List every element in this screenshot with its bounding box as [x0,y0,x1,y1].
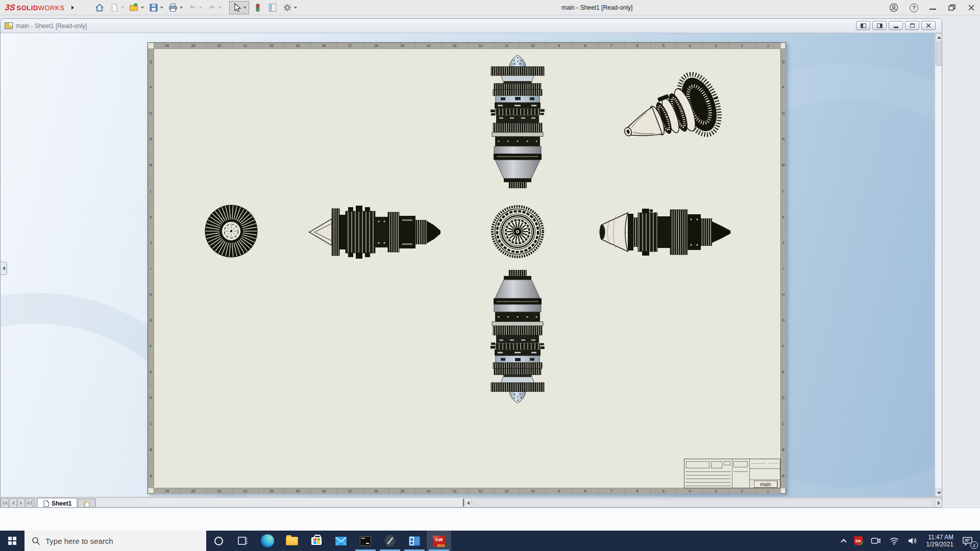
wifi-icon [889,536,899,545]
restore-button[interactable] [947,4,957,12]
tray-volume[interactable] [904,531,921,551]
doc-minimize-button[interactable] [889,21,903,30]
arrow-right-icon [938,501,940,505]
feature-manager-collapse-tab[interactable] [1,262,7,275]
document-titlebar[interactable]: main - Sheet1 [Read-only] [1,19,942,33]
scroll-up-button[interactable] [935,33,942,41]
title-block-drawing-name: main [754,481,777,488]
tab-sheet1-label: Sheet1 [52,500,71,507]
tray-meet-now[interactable] [867,531,885,551]
action-center-button[interactable]: 2 [959,531,977,551]
new-dropdown-caret-icon[interactable] [121,7,124,9]
taskbar-app-store[interactable] [304,531,329,551]
taskbar-clock[interactable]: 11:47 AM 1/29/2021 [922,534,958,548]
options-dropdown-caret-icon[interactable] [294,7,297,9]
close-button[interactable] [968,4,975,11]
windows-logo-icon [8,537,16,545]
horizontal-scrollbar[interactable] [464,498,942,508]
chevron-up-icon [841,539,846,544]
drawing-view-front-engine[interactable] [491,205,545,259]
undo-button[interactable] [186,2,203,14]
menu-expand-arrow-icon[interactable] [71,6,74,10]
save-button[interactable] [148,2,164,14]
redo-dropdown-caret-icon[interactable] [218,7,222,9]
drawing-view-side-engine-left[interactable] [307,204,442,260]
options-button[interactable] [281,2,298,14]
print-icon [168,3,178,13]
scroll-down-button[interactable] [935,489,942,497]
document-title: main - Sheet1 [Read-only] [16,22,87,30]
drawing-view-bottom-engine[interactable] [491,270,545,404]
tray-solidworks-agent[interactable]: SW ✓ [850,531,866,551]
first-sheet-button[interactable] [1,498,9,508]
drawing-view-side-engine-right[interactable] [598,204,732,260]
help-icon[interactable]: ? [910,4,918,12]
drawing-view-rear-fan[interactable] [204,204,258,258]
camera-icon [871,536,881,545]
open-button[interactable] [128,2,145,14]
search-input[interactable] [45,537,188,545]
start-button[interactable] [0,531,24,551]
doc-restore-icon [910,23,915,28]
cortana-button[interactable] [206,531,231,551]
split-pane-left-button[interactable] [856,21,870,30]
taskbar-search[interactable] [24,531,206,551]
arrow-left-icon [467,501,470,505]
new-document-icon [109,3,119,13]
doc-close-button[interactable] [921,21,936,30]
quick-access-toolbar [93,1,298,14]
vertical-scrollbar[interactable] [935,33,942,497]
open-dropdown-caret-icon[interactable] [141,7,144,9]
taskbar-app-file-explorer[interactable] [280,531,304,551]
split-pane-right-button[interactable] [872,21,887,30]
previous-sheet-icon [12,501,14,505]
file-properties-button[interactable] [266,2,279,14]
tray-expand-button[interactable] [838,531,849,551]
taskbar-app-edge[interactable] [255,531,280,551]
gear-icon [282,3,292,13]
last-sheet-button[interactable] [26,498,33,508]
rebuild-button[interactable] [252,2,264,14]
tab-sheet1[interactable]: Sheet1 [37,498,77,508]
drawing-sheet[interactable]: 242322212019181716151413121110987654321 … [148,42,786,494]
scroll-left-button[interactable] [464,498,472,508]
save-dropdown-caret-icon[interactable] [160,7,163,9]
solidworks-app-icon: SW 2021 [433,536,445,546]
taskbar-app-window[interactable] [402,531,427,551]
drawing-view-top-engine[interactable] [491,54,545,188]
system-tray: SW ✓ 11:47 AM 1/29/2021 2 [838,531,980,551]
new-document-button[interactable] [108,2,125,14]
redo-button[interactable] [206,2,223,14]
minimize-button[interactable] [929,9,936,10]
clock-time: 11:47 AM [928,534,953,541]
taskbar-app-solidworks[interactable]: SW 2021 [427,531,451,551]
home-button[interactable] [93,2,106,14]
previous-sheet-button[interactable] [9,498,17,508]
blue-window-app-icon [409,536,420,546]
add-sheet-tab[interactable] [78,499,95,508]
scroll-right-button[interactable] [935,498,942,508]
solidworks-tray-icon: SW ✓ [854,536,863,545]
drawing-view-isometric-engine[interactable] [614,73,723,160]
print-button[interactable] [167,2,184,14]
taskbar-app-terminal[interactable] [353,531,378,551]
select-dropdown-caret-icon[interactable] [243,7,247,9]
select-tool-button[interactable] [229,1,249,14]
horizontal-scroll-thumb[interactable] [473,498,934,508]
drawing-viewport[interactable]: 242322212019181716151413121110987654321 … [1,33,942,497]
undo-dropdown-caret-icon[interactable] [199,7,202,9]
tray-network[interactable] [886,531,903,551]
taskbar-app-hexagon[interactable] [378,531,402,551]
title-block: main [684,459,780,488]
sheet-page-icon [43,500,50,507]
vertical-scroll-thumb[interactable] [936,42,942,66]
tab-strip-filler [95,498,463,508]
add-sheet-icon [83,500,91,508]
account-icon[interactable] [889,3,898,12]
print-dropdown-caret-icon[interactable] [180,7,183,9]
doc-restore-button[interactable] [905,21,919,30]
taskbar-app-mail[interactable] [329,531,353,551]
task-view-button[interactable] [231,531,255,551]
zone-ruler-right: QPONMLKJIHGFEDCBA [780,48,786,488]
next-sheet-button[interactable] [17,498,25,508]
